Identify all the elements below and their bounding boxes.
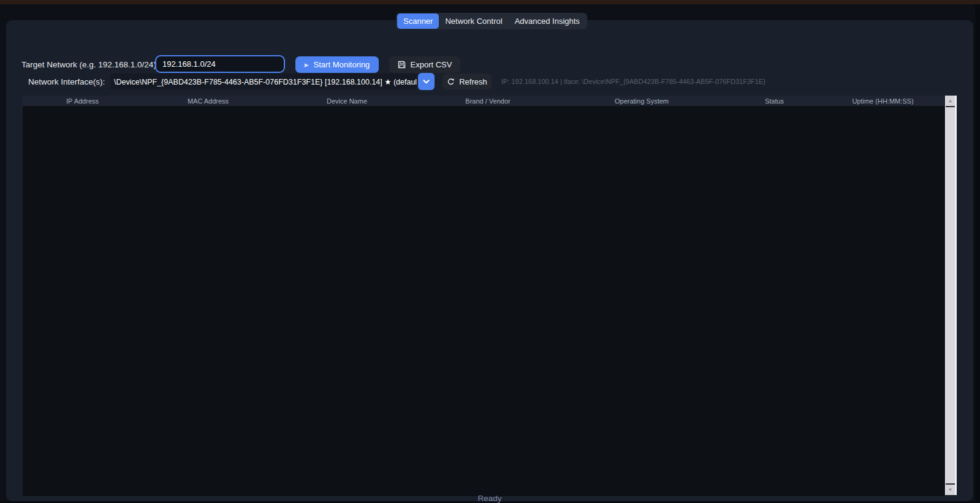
refresh-icon [447, 78, 455, 86]
column-header-uptime: Uptime (HH:MM:SS) [821, 96, 944, 106]
target-network-input[interactable] [155, 55, 285, 73]
interface-dropdown-button[interactable] [418, 73, 435, 90]
main-panel: Target Network (e.g. 192.168.1.0/24): ▶ … [6, 20, 973, 501]
column-header-brand-vendor: Brand / Vendor [420, 96, 556, 106]
network-interface-label: Network Interface(s): [28, 77, 105, 86]
refresh-label: Refresh [459, 77, 487, 86]
vertical-scrollbar[interactable]: ▲ ▼ [945, 96, 957, 495]
scroll-up-icon: ▲ [948, 98, 953, 104]
start-monitoring-label: Start Monitoring [314, 60, 370, 69]
table-body [23, 106, 944, 496]
tab-bar: Scanner Network Control Advanced Insight… [396, 13, 587, 29]
export-csv-button[interactable]: Export CSV [389, 56, 460, 73]
column-header-device-name: Device Name [274, 96, 420, 106]
interface-info: IP: 192.168.100.14 | iface: \Device\NPF_… [501, 78, 765, 85]
target-network-label: Target Network (e.g. 192.168.1.0/24): [21, 60, 159, 69]
device-table: IP Address MAC Address Device Name Brand… [23, 96, 944, 496]
tab-advanced-insights[interactable]: Advanced Insights [509, 13, 586, 29]
right-edge-strip [975, 4, 980, 503]
table-header-row: IP Address MAC Address Device Name Brand… [23, 96, 944, 106]
app-window: Target Network (e.g. 192.168.1.0/24): ▶ … [0, 0, 980, 503]
save-icon [398, 61, 406, 69]
scroll-down-icon: ▼ [948, 487, 953, 493]
start-monitoring-button[interactable]: ▶ Start Monitoring [295, 56, 379, 73]
scrollbar-thumb[interactable] [946, 107, 955, 483]
column-header-ip: IP Address [23, 96, 142, 106]
tab-network-control[interactable]: Network Control [439, 13, 508, 29]
column-header-status: Status [727, 96, 821, 106]
scroll-up-button[interactable]: ▲ [946, 96, 955, 107]
tab-scanner[interactable]: Scanner [397, 13, 439, 29]
status-text: Ready [6, 494, 973, 503]
titlebar-strip [0, 0, 980, 4]
refresh-button[interactable]: Refresh [443, 74, 492, 89]
play-icon: ▶ [305, 62, 309, 68]
interface-select[interactable]: \Device\NPF_{9ABD423B-F785-4463-AB5F-076… [110, 74, 417, 89]
chevron-down-icon [422, 79, 430, 85]
column-header-mac: MAC Address [142, 96, 274, 106]
export-csv-label: Export CSV [411, 60, 452, 69]
column-header-operating-system: Operating System [556, 96, 727, 106]
